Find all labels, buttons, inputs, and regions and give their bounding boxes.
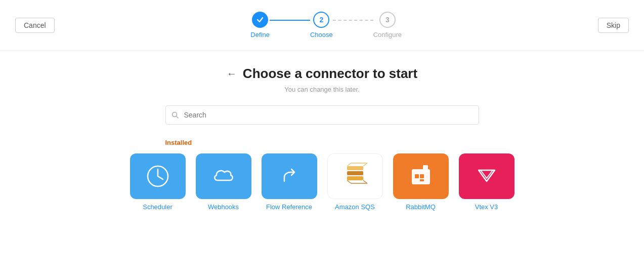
header: Cancel Define 2 Choose 3 Configure Skip [0,0,644,51]
title-row: ← Choose a connector to start [227,66,417,82]
connector-vtex[interactable]: Vtex V3 [459,153,514,211]
svg-rect-15 [423,165,428,172]
scheduler-icon-bg [130,153,186,199]
svg-rect-18 [420,179,424,181]
connector-webhooks[interactable]: Webhooks [196,153,251,211]
svg-line-8 [347,163,351,166]
flowref-label: Flow Reference [266,203,312,211]
rabbitmq-label: RabbitMQ [406,203,436,211]
svg-line-1 [176,116,178,119]
search-icon [171,111,179,119]
step-connector-2 [333,20,373,21]
cancel-button[interactable]: Cancel [15,18,55,33]
svg-line-12 [363,180,367,183]
svg-line-4 [158,176,163,179]
connector-amazonsqs[interactable]: Amazon SQS [327,153,383,211]
svg-line-11 [347,180,351,183]
webhooks-icon-bg [196,153,251,199]
step-configure: 3 Configure [373,12,402,38]
main-content: ← Choose a connector to start You can ch… [0,51,644,226]
step-connector-1 [270,20,310,21]
step-choose-circle: 2 [313,12,329,28]
connectors-row: Scheduler Webhooks Flow Reference [130,153,514,211]
vtex-icon-bg [459,153,514,199]
connector-rabbitmq[interactable]: RabbitMQ [393,153,449,211]
step-choose: 2 Choose [310,12,333,38]
flowref-icon-bg [262,153,317,199]
subtitle: You can change this later. [284,86,359,93]
webhooks-label: Webhooks [208,203,239,211]
search-container [165,105,479,125]
svg-line-9 [363,163,367,166]
step-define-label: Define [250,31,270,38]
svg-marker-19 [479,170,495,181]
rabbitmq-icon-bg [393,153,449,199]
installed-label: Installed [165,139,479,146]
connector-scheduler[interactable]: Scheduler [130,153,186,211]
amazonsqs-icon-bg [327,153,383,199]
scheduler-label: Scheduler [143,203,173,211]
svg-rect-5 [347,171,363,175]
step-choose-label: Choose [310,31,333,38]
svg-rect-7 [347,166,363,170]
step-configure-circle: 3 [379,12,396,28]
svg-rect-16 [415,174,419,178]
stepper: Define 2 Choose 3 Configure [250,12,402,38]
svg-rect-6 [347,176,363,180]
step-define-circle [252,12,268,28]
step-configure-label: Configure [373,31,402,38]
skip-button[interactable]: Skip [598,18,629,33]
step-define: Define [250,12,270,38]
svg-rect-17 [420,174,424,178]
page-title: Choose a connector to start [243,66,417,82]
connector-flowreference[interactable]: Flow Reference [262,153,317,211]
amazonsqs-label: Amazon SQS [335,203,375,211]
vtex-label: Vtex V3 [475,203,498,211]
search-input[interactable] [165,105,479,125]
back-arrow[interactable]: ← [227,68,237,80]
